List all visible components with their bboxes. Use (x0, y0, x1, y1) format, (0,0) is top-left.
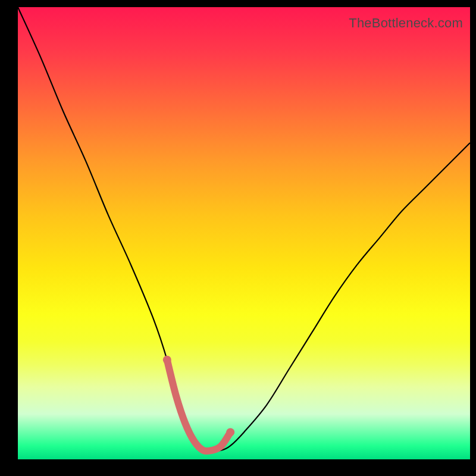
optimal-zone-endpoint (226, 428, 234, 436)
bottleneck-curve-path (18, 7, 470, 451)
optimal-zone-endpoint (163, 356, 171, 364)
optimal-zone-path (167, 360, 230, 451)
chart-frame: TheBottleneck.com (0, 0, 476, 476)
curve-svg (18, 7, 470, 459)
plot-area: TheBottleneck.com (18, 7, 470, 459)
